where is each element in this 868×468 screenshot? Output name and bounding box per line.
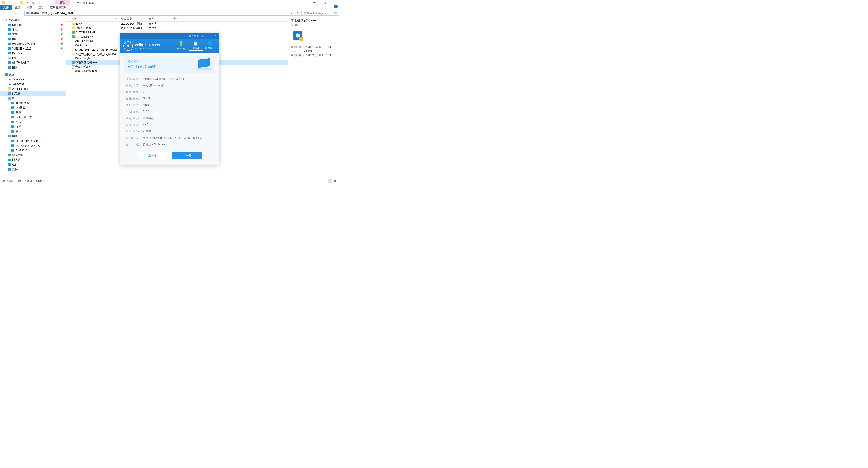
nav-desktop[interactable]: ⌄ 桌面	[0, 72, 66, 77]
view-icons-button[interactable]: ▦	[333, 179, 337, 183]
file-icon	[72, 65, 74, 68]
qat-delete-icon[interactable]: ✕	[25, 0, 30, 5]
refresh-button[interactable]: ↻	[295, 11, 301, 15]
nav-desktop-item[interactable]: 文件	[0, 167, 66, 172]
folder-icon	[8, 57, 11, 59]
chevron-right-icon[interactable]: ›	[40, 12, 40, 14]
nav-desktop-item[interactable]: ⌄网络	[0, 134, 66, 138]
chevron-down-icon[interactable]: ⌄	[1, 73, 4, 76]
nav-quick-access[interactable]: ⌄ ★ 快速访问	[0, 18, 66, 22]
installer-tab[interactable]: 🔋启动U盘	[174, 41, 188, 52]
folder-icon	[8, 42, 11, 45]
ribbon-tab-home[interactable]: 主页	[12, 5, 24, 10]
nav-desktop-item[interactable]: ☁WPS网盘	[0, 82, 66, 86]
nav-forward-button[interactable]: →	[7, 10, 12, 16]
ribbon-tab-share[interactable]: 共享	[24, 5, 35, 10]
minimize-button[interactable]: —	[309, 0, 320, 5]
chevron-icon[interactable]: ⌄	[4, 97, 7, 99]
ribbon-tab-file[interactable]: 文件	[0, 5, 12, 10]
prop-key: 大小:	[291, 50, 303, 53]
col-name[interactable]: 名称 ⌃	[70, 16, 119, 22]
nav-desktop-item[interactable]: 保存的图片	[0, 101, 66, 105]
installer-tab[interactable]: 📋一键装机	[188, 41, 203, 52]
file-row[interactable]: U盘安装教程2020/12/25, 星期五 1...文件夹	[66, 26, 288, 30]
breadcrumb-seg-1[interactable]: 文档 (E:)	[41, 11, 53, 15]
breadcrumb-seg-0[interactable]: 此电脑	[30, 11, 39, 15]
nav-desktop-item[interactable]: ZMT2019	[0, 148, 66, 153]
view-details-button[interactable]: ☰	[328, 179, 332, 183]
nav-up-button[interactable]: ↑	[19, 10, 24, 16]
help-icon[interactable]: ?	[334, 5, 338, 8]
nav-quick-item[interactable]: win7重装win7	[0, 60, 66, 65]
search-input[interactable]: 搜索"Win7x64_2020" 🔍	[302, 11, 339, 15]
nav-desktop-item[interactable]: ›此电脑	[0, 91, 66, 96]
nav-desktop-item[interactable]: 文档	[0, 124, 66, 129]
chevron-right-icon[interactable]: ›	[53, 12, 54, 14]
nav-desktop-item[interactable]: 软件	[0, 162, 66, 167]
file-icon	[72, 27, 75, 29]
search-icon[interactable]: 🔍	[334, 11, 338, 15]
nav-desktop-item[interactable]: 视频	[0, 110, 66, 115]
brand-logo-icon: ✦	[123, 41, 133, 51]
chevron-icon[interactable]: ›	[4, 92, 7, 95]
file-name: pe_yqs_1064_20_07_31_16_04.iso	[74, 48, 118, 51]
nav-quick-item[interactable]: YUNQISHI2019📌	[0, 46, 66, 51]
nav-quick-item[interactable]: 文档📌	[0, 32, 66, 37]
col-type[interactable]: 类型	[147, 16, 171, 22]
nav-recent-dropdown[interactable]: ⌄	[13, 10, 18, 16]
nav-desktop-item[interactable]: 回收站	[0, 158, 66, 162]
folder-icon	[8, 47, 11, 50]
nav-desktop-item[interactable]: 音乐	[0, 129, 66, 134]
nav-quick-item[interactable]: 图片📌	[0, 37, 66, 41]
nav-desktop-item[interactable]: 天翼云盘下载	[0, 115, 66, 120]
brand-text: 云骑士 装机大师 www.yunqishi.net	[135, 42, 160, 50]
navigation-pane[interactable]: ⌄ ★ 快速访问 Desktop📌下载📌文档📌图片📌excel表格制作求和📌YU…	[0, 16, 66, 179]
qat-folder-icon[interactable]	[1, 0, 6, 5]
nav-desktop-item[interactable]: Administrator	[0, 86, 66, 91]
qat-new-icon[interactable]: ◑	[31, 0, 36, 5]
brand-sub: 装机大师	[149, 43, 160, 46]
col-date[interactable]: 修改日期	[119, 16, 147, 22]
nav-desktop-item[interactable]: 控制面板	[0, 153, 66, 158]
support-link[interactable]: 联系客服	[189, 34, 199, 38]
nav-back-button[interactable]: ←	[1, 10, 6, 16]
ribbon-tab-apptools[interactable]: 应用程序工具	[47, 5, 70, 10]
nav-desktop-item[interactable]: ☁OneDrive	[0, 77, 66, 82]
installer-close-button[interactable]: ✕	[213, 33, 218, 38]
nav-quick-item[interactable]: 下载📌	[0, 27, 66, 32]
qat-check-icon[interactable]	[13, 0, 18, 5]
nav-quick-item[interactable]: 图片	[0, 65, 66, 70]
chevron-right-icon[interactable]: ›	[29, 12, 30, 14]
next-button[interactable]: 下一步	[173, 152, 202, 159]
installer-minimize-button[interactable]: —	[207, 33, 212, 38]
installer-menu-button[interactable]: ≡	[200, 33, 205, 38]
ribbon-tab-view[interactable]: 查看	[35, 5, 47, 10]
nav-desktop-item[interactable]: DESKTOP-LSSOEDP	[0, 138, 66, 143]
address-dropdown-icon[interactable]: ⌄	[289, 11, 294, 15]
nav-desktop-item[interactable]: 图片	[0, 120, 66, 124]
nav-quick-item[interactable]: Desktop📌	[0, 22, 66, 27]
info-value: 中文 (简体，中国)	[143, 84, 214, 88]
prev-button[interactable]: 上一步	[138, 152, 167, 159]
col-size[interactable]: 大小	[171, 16, 189, 22]
file-row[interactable]: Tools2020/12/25, 星期五 1...文件夹	[66, 22, 288, 26]
breadcrumb-seg-2[interactable]: Win7x64_2020	[54, 11, 73, 15]
chevron-icon[interactable]: ⌄	[4, 135, 7, 137]
nav-quick-item[interactable]: Bandicam	[0, 51, 66, 56]
installer-tab[interactable]: 🌐官方网址	[203, 41, 217, 52]
close-button[interactable]: ✕	[330, 0, 340, 5]
ribbon-expand-icon[interactable]: ⌄	[328, 5, 332, 8]
contextual-tab-manage[interactable]: 管理	[55, 0, 70, 5]
nav-desktop-item[interactable]: 本机照片	[0, 105, 66, 110]
qat-dropdown-icon[interactable]: ▾	[37, 0, 41, 5]
breadcrumb[interactable]: › 此电脑 › 文档 (E:) › Win7x64_2020 ⌄ ↻	[24, 11, 302, 15]
nav-desktop-item[interactable]: PC-20190530OBLA	[0, 143, 66, 148]
maximize-button[interactable]: ▢	[320, 0, 330, 5]
nav-quick-item[interactable]: excel表格制作求和📌	[0, 41, 66, 46]
chevron-down-icon[interactable]: ⌄	[1, 19, 4, 21]
nav-desktop-item[interactable]: ⌄库	[0, 96, 66, 101]
nav-label: 天翼云盘下载	[16, 115, 32, 119]
file-date: 2020/12/25, 星期五 1...	[119, 26, 147, 30]
nav-quick-item[interactable]: G:\	[0, 56, 66, 60]
qat-folder-icon-2[interactable]	[19, 0, 24, 5]
